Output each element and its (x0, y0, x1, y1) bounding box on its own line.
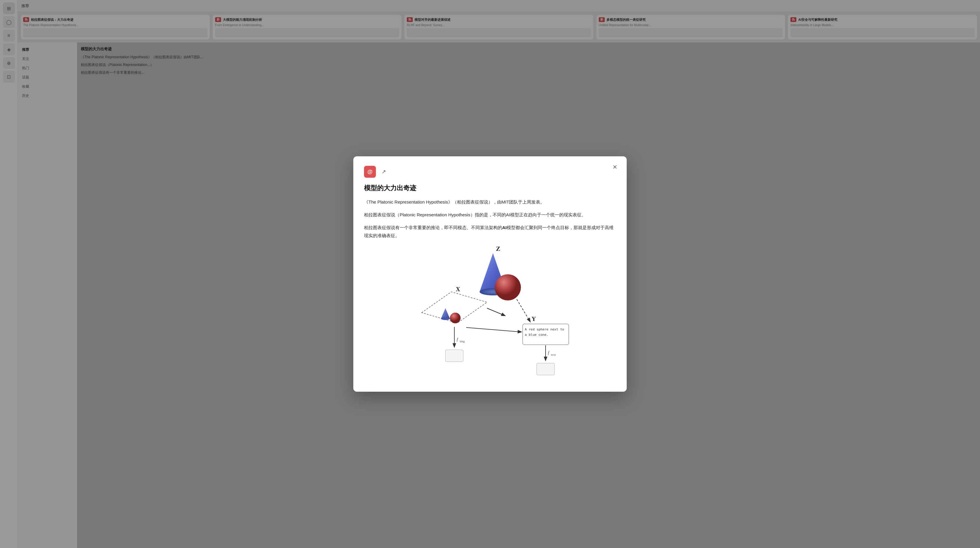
modal-para-2: 柏拉图表征假说（Platonic Representation Hypothes… (364, 211, 616, 219)
red-sphere-shape (495, 274, 521, 301)
bottom-box-img (445, 350, 463, 362)
arrow-z-to-y (517, 299, 530, 322)
caption-line-1: A red sphere next to (525, 328, 564, 331)
small-cone-base (441, 317, 450, 320)
caption-line-2: a blue cone. (525, 333, 548, 337)
close-button[interactable]: ✕ (610, 162, 620, 172)
bottom-box-text (537, 363, 554, 375)
small-red-sphere (450, 313, 461, 323)
modal-para-3-bold: AI (502, 225, 507, 230)
arrow-horizontal (466, 328, 521, 332)
arrow-img-to-center (487, 308, 505, 315)
f-img-subscript: img (460, 339, 465, 343)
diagram-container: Z X Y A red sphere next (364, 244, 616, 381)
modal-title: 模型的大力出奇迹 (364, 184, 616, 193)
modal-para-3-prefix: 柏拉图表征假说有一个非常重要的推论，即不同模态、不同算法架构的 (364, 225, 502, 230)
external-link-icon[interactable]: ↗ (379, 167, 388, 177)
x-label: X (456, 286, 460, 292)
y-label: Y (531, 315, 536, 322)
modal-overlay[interactable]: ✕ @ ↗ 模型的大力出奇迹 《The Platonic Representat… (0, 0, 980, 548)
f-text-subscript: text (551, 353, 556, 356)
modal-dialog: ✕ @ ↗ 模型的大力出奇迹 《The Platonic Representat… (353, 156, 627, 392)
f-text-label: f (548, 350, 550, 355)
modal-para-1: 《The Platonic Representation Hypothesis》… (364, 198, 616, 206)
modal-toolbar: @ ↗ (364, 166, 616, 178)
z-label: Z (496, 245, 500, 252)
platonic-diagram: Z X Y A red sphere next (407, 244, 573, 381)
at-badge: @ (364, 166, 376, 178)
f-img-label: f (457, 337, 458, 342)
modal-para-3: 柏拉图表征假说有一个非常重要的推论，即不同模态、不同算法架构的AI模型都会汇聚到… (364, 223, 616, 239)
